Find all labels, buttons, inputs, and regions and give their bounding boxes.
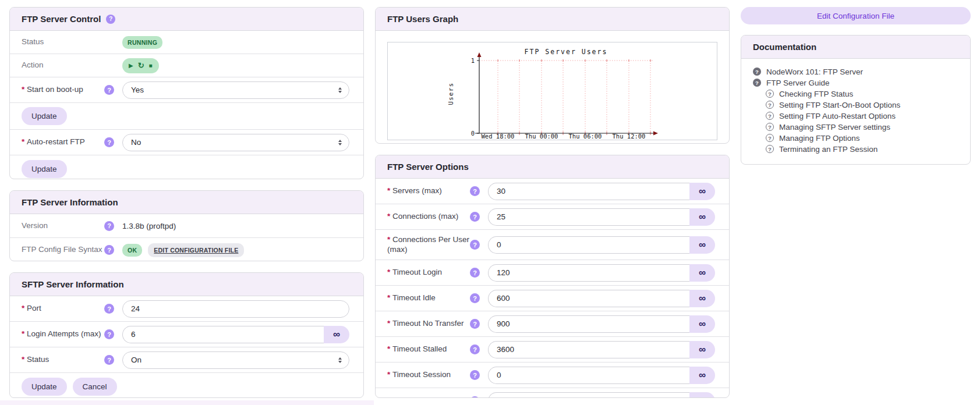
doc-link-label: Setting FTP Auto-Restart Options xyxy=(779,112,896,120)
sftp-server-information-panel: SFTP Server Information Port ? Login Att… xyxy=(9,272,364,398)
connections-max-label: Connections (max) xyxy=(387,212,470,222)
servers-max-input[interactable] xyxy=(488,183,689,200)
edit-configuration-file-link[interactable]: EDIT CONFIGURATION FILE xyxy=(148,243,244,257)
servers-max-label: Servers (max) xyxy=(387,186,470,196)
doc-link-label: Setting FTP Start-On-Boot Options xyxy=(779,101,900,109)
infinity-icon[interactable]: ∞ xyxy=(689,392,715,398)
login-attempts-row: Login Attempts (max) ? ∞ xyxy=(10,322,363,347)
ftp-users-graph-panel: FTP Users Graph FTP Server Users Users xyxy=(375,7,730,144)
doc-link[interactable]: ? Checking FTP Status xyxy=(766,88,958,99)
stop-icon[interactable]: ■ xyxy=(149,63,153,69)
timeout-idle-row: Timeout Idle ? ∞ xyxy=(376,286,729,311)
ftp-users-chart: FTP Server Users Users xyxy=(388,42,717,140)
doc-link-label: Managing FTP Options xyxy=(779,134,860,143)
auto-restart-select[interactable]: No xyxy=(122,134,349,151)
connections-per-user-input[interactable] xyxy=(488,236,689,254)
action-row: Action ▶ ↻ ■ xyxy=(10,54,363,77)
doc-link[interactable]: ? Managing SFTP Server settings xyxy=(766,122,958,132)
help-icon[interactable]: ? xyxy=(470,240,480,250)
chart-axes xyxy=(475,56,654,133)
chart-gridlines xyxy=(479,61,653,133)
sftp-status-row: Status ? On xyxy=(10,347,363,373)
restart-icon[interactable]: ↻ xyxy=(138,62,144,69)
infinity-icon[interactable]: ∞ xyxy=(689,341,715,358)
chart-major-ticks xyxy=(498,59,650,135)
help-icon[interactable]: ? xyxy=(470,212,480,222)
login-attempts-input[interactable] xyxy=(122,326,324,343)
start-on-boot-row: Start on boot-up ? Yes xyxy=(10,77,363,103)
timeout-no-transfer-input[interactable] xyxy=(488,315,689,333)
doc-link[interactable]: ? Managing FTP Options xyxy=(766,133,958,143)
doc-link[interactable]: ? NodeWorx 101: FTP Server xyxy=(753,66,958,77)
ftp-users-graph-image: FTP Server Users Users xyxy=(387,42,717,140)
doc-link-label: Managing SFTP Server settings xyxy=(779,123,890,132)
doc-link[interactable]: ? Setting FTP Start-On-Boot Options xyxy=(766,100,958,110)
cancel-button[interactable]: Cancel xyxy=(73,378,117,396)
update-button[interactable]: Update xyxy=(22,160,67,178)
infinity-icon[interactable]: ∞ xyxy=(324,326,349,343)
infinity-icon[interactable]: ∞ xyxy=(689,290,715,307)
action-button-group: ▶ ↻ ■ xyxy=(122,58,159,73)
chart-xtick: Thu 12:00 xyxy=(613,133,646,140)
help-icon[interactable]: ? xyxy=(104,329,114,339)
help-icon[interactable]: ? xyxy=(470,186,480,196)
timeout-login-input[interactable] xyxy=(488,264,689,282)
status-row: Status RUNNING xyxy=(10,31,363,54)
help-icon[interactable]: ? xyxy=(470,319,480,329)
doc-link[interactable]: ? Terminating an FTP Session xyxy=(766,144,958,154)
infinity-icon[interactable]: ∞ xyxy=(689,236,715,254)
help-icon[interactable]: ? xyxy=(470,344,480,354)
doc-link[interactable]: ? FTP Server Guide xyxy=(753,77,958,88)
infinity-icon[interactable]: ∞ xyxy=(689,367,715,384)
help-circle-outline-icon: ? xyxy=(766,101,774,109)
help-icon[interactable]: ? xyxy=(104,355,114,365)
edit-configuration-file-button[interactable]: Edit Configuration File xyxy=(741,7,971,24)
syntax-ok-badge: OK xyxy=(122,244,142,257)
help-icon[interactable]: ? xyxy=(106,15,115,24)
panel-title: FTP Server Control xyxy=(22,14,101,24)
help-icon[interactable]: ? xyxy=(470,370,480,380)
update-row-2: Update xyxy=(10,155,363,179)
auto-restart-label: Auto-restart FTP xyxy=(22,137,104,147)
update-button[interactable]: Update xyxy=(22,378,67,396)
servers-max-row: Servers (max) ? ∞ xyxy=(376,179,729,204)
help-icon[interactable]: ? xyxy=(104,245,114,255)
doc-link[interactable]: ? Setting FTP Auto-Restart Options xyxy=(766,111,958,121)
timeout-idle-input[interactable] xyxy=(488,290,689,307)
panel-title: SFTP Server Information xyxy=(22,279,124,289)
help-icon[interactable]: ? xyxy=(470,396,480,398)
infinity-icon[interactable]: ∞ xyxy=(689,264,715,282)
help-icon[interactable]: ? xyxy=(104,137,114,147)
timeout-session-label: Timeout Session xyxy=(387,370,470,380)
infinity-icon[interactable]: ∞ xyxy=(689,208,715,226)
start-on-boot-select[interactable]: Yes xyxy=(122,81,349,99)
timeout-stalled-input[interactable] xyxy=(488,341,689,358)
help-icon[interactable]: ? xyxy=(470,268,480,278)
help-icon[interactable]: ? xyxy=(104,221,114,231)
timeout-login-label: Timeout Login xyxy=(387,268,470,278)
connections-per-user-row: Connections Per User (max) ? ∞ xyxy=(376,230,729,260)
sftp-status-select[interactable]: On xyxy=(122,351,349,369)
chevron-up-down-icon xyxy=(338,140,342,145)
port-row: Port ? xyxy=(10,296,363,322)
version-row: Version ? 1.3.8b (proftpd) xyxy=(10,214,363,238)
chart-ytick: 0 xyxy=(471,130,475,137)
documentation-panel: Documentation ? NodeWorx 101: FTP Server… xyxy=(741,35,971,165)
help-circle-outline-icon: ? xyxy=(766,145,774,153)
timeout-session-row: Timeout Session ? ∞ xyxy=(376,363,729,388)
play-icon[interactable]: ▶ xyxy=(129,63,133,69)
help-icon[interactable]: ? xyxy=(470,293,480,303)
timeout-login-row: Timeout Login ? ∞ xyxy=(376,260,729,286)
help-icon[interactable]: ? xyxy=(104,304,114,314)
infinity-icon[interactable]: ∞ xyxy=(689,183,715,200)
timeout-session-input[interactable] xyxy=(488,367,689,384)
help-icon[interactable]: ? xyxy=(104,85,114,95)
partial-row-input[interactable] xyxy=(488,392,689,398)
timeout-stalled-row: Timeout Stalled ? ∞ xyxy=(376,337,729,363)
infinity-icon[interactable]: ∞ xyxy=(689,315,715,333)
update-button[interactable]: Update xyxy=(22,107,67,125)
port-input[interactable] xyxy=(122,300,349,318)
start-on-boot-label: Start on boot-up xyxy=(22,85,104,95)
chart-xtick: Thu 06:00 xyxy=(569,133,602,140)
connections-max-input[interactable] xyxy=(488,208,689,226)
